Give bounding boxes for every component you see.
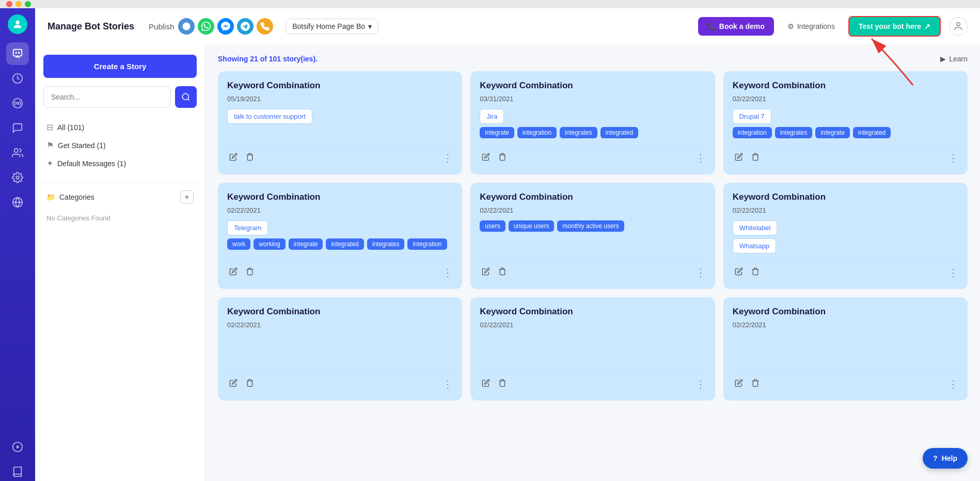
svg-point-2 [15,52,17,53]
showing-of: of [260,55,267,63]
help-button[interactable]: ? Help [923,448,968,469]
publish-icon-sms[interactable] [257,18,273,35]
card-type: Keyword Combination [733,81,958,91]
more-options-icon[interactable]: ⋮ [696,152,706,164]
card-date: 02/22/2021 [733,321,958,329]
sidebar [0,8,35,481]
card-tag: work [227,238,250,250]
story-card: Keyword Combination02/22/2021⋮ [723,297,968,400]
test-bot-button[interactable]: Test your bot here ↗ [848,16,941,37]
more-options-icon[interactable]: ⋮ [948,378,958,390]
flag-icon: ⚑ [46,140,54,150]
publish-icon-messenger[interactable] [217,18,234,35]
sidebar-item-users[interactable] [6,141,29,164]
card-actions: ⋮ [227,372,453,391]
delete-icon[interactable] [244,151,256,165]
publish-icon-telegram[interactable] [237,18,254,35]
sidebar-item-analytics[interactable] [6,67,29,90]
card-actions: ⋮ [733,261,958,280]
edit-icon[interactable] [480,151,492,165]
book-demo-button[interactable]: 📞 Book a demo [698,17,774,36]
search-button[interactable] [175,86,197,108]
publish-icon-web[interactable] [178,18,195,35]
categories-label: Categories [59,193,94,201]
showing-suffix: story(ies). [283,55,318,63]
more-options-icon[interactable]: ⋮ [442,378,453,390]
edit-icon[interactable] [227,265,240,280]
card-tag: working [254,238,285,250]
delete-icon[interactable] [496,265,509,280]
delete-icon[interactable] [496,151,509,165]
maximize-dot[interactable] [25,1,31,7]
card-type: Keyword Combination [480,307,705,317]
svg-marker-11 [17,445,20,448]
sidebar-item-broadcast[interactable] [6,92,29,115]
sidebar-item-settings[interactable] [6,166,29,189]
filter-all[interactable]: ⊟ All (101) [43,118,197,136]
more-options-icon[interactable]: ⋮ [442,152,453,164]
edit-icon[interactable] [227,377,240,391]
sidebar-item-tutorial[interactable] [6,436,29,458]
sidebar-item-chatbot[interactable] [6,42,29,65]
card-type: Keyword Combination [227,307,453,317]
card-tags-container: Jiraintegrateintegrationintegratesintegr… [480,109,705,139]
edit-icon[interactable] [480,265,492,280]
card-tag: unique users [509,220,555,232]
integrations-button[interactable]: ⚙ Integrations [782,18,840,35]
search-input[interactable] [43,86,171,108]
delete-icon[interactable] [496,377,509,391]
more-options-icon[interactable]: ⋮ [696,266,706,279]
sidebar-item-messages[interactable] [6,117,29,139]
edit-icon[interactable] [733,265,745,280]
edit-icon[interactable] [480,377,492,391]
close-dot[interactable] [6,1,12,7]
publish-icon-whatsapp[interactable] [198,18,214,35]
more-options-icon[interactable]: ⋮ [696,378,706,390]
story-card: Keyword Combination03/31/2021Jiraintegra… [470,71,715,174]
star-icon: ✦ [46,158,53,168]
sidebar-item-docs[interactable] [6,460,29,481]
edit-icon[interactable] [733,377,745,391]
card-tag: integrates [367,238,405,250]
no-categories-text: No Categories Found [43,208,197,228]
card-type: Keyword Combination [227,192,453,202]
stories-count: Showing 21 of 101 story(ies). [218,55,318,63]
card-tag: integrated [326,238,363,250]
minimize-dot[interactable] [15,1,22,7]
card-actions: ⋮ [733,146,958,165]
more-options-icon[interactable]: ⋮ [948,152,958,164]
delete-icon[interactable] [749,265,762,280]
learn-button[interactable]: ▶ Learn [940,55,968,63]
card-tag: integration [517,127,557,138]
user-profile-button[interactable] [949,17,968,36]
delete-icon[interactable] [749,377,762,391]
phone-icon: 📞 [707,22,716,30]
delete-icon[interactable] [244,377,256,391]
bot-selector[interactable]: Botsify Home Page Bo ▾ [286,19,378,34]
publish-label: Publish [149,22,174,31]
card-tag: integrate [815,127,850,138]
sidebar-item-global[interactable] [6,191,29,214]
add-category-button[interactable]: + [180,190,194,204]
more-options-icon[interactable]: ⋮ [948,266,958,279]
story-card: Keyword Combination02/22/2021Telegramwor… [218,183,462,289]
svg-point-3 [19,52,20,53]
edit-icon[interactable] [733,151,745,165]
delete-icon[interactable] [244,265,256,280]
categories-row: 📁 Categories + [43,183,197,208]
edit-icon[interactable] [227,151,240,165]
more-options-icon[interactable]: ⋮ [442,266,453,279]
question-icon: ? [933,454,938,462]
card-tags-container [227,335,453,365]
content-area: Create a Story ⊟ All (101) ⚑ Get Started… [35,44,980,481]
app-logo[interactable] [8,14,27,34]
filter-default-messages[interactable]: ✦ Default Messages (1) [43,154,197,172]
left-panel: Create a Story ⊟ All (101) ⚑ Get Started… [35,44,206,481]
card-type: Keyword Combination [733,192,958,202]
create-story-button[interactable]: Create a Story [43,55,197,78]
card-date: 02/22/2021 [733,206,958,214]
delete-icon[interactable] [749,151,762,165]
card-tags-container [480,335,705,365]
filter-get-started[interactable]: ⚑ Get Started (1) [43,136,197,154]
card-type: Keyword Combination [480,192,705,202]
